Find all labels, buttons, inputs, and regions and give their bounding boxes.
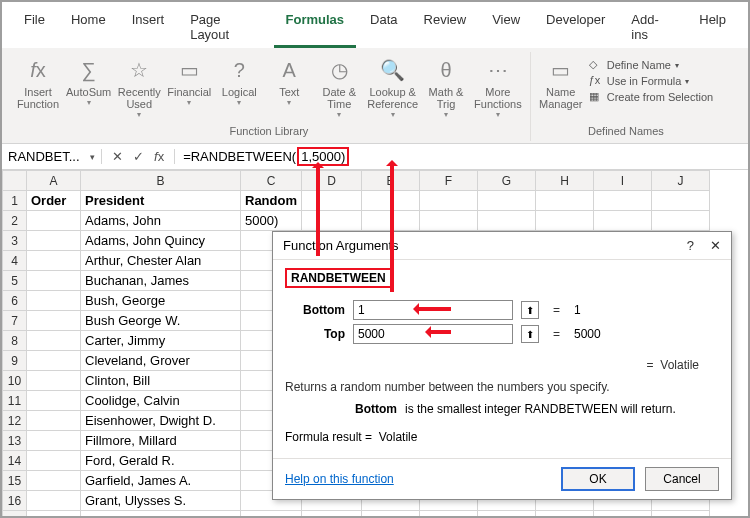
enter-formula-icon[interactable]: ✓ xyxy=(133,149,144,164)
fx-icon[interactable]: fx xyxy=(154,149,164,164)
cell[interactable] xyxy=(536,511,594,519)
row-header[interactable]: 12 xyxy=(3,411,27,431)
col-header-J[interactable]: J xyxy=(652,171,710,191)
autosum-button[interactable]: ∑AutoSum▾ xyxy=(66,54,111,107)
cell[interactable]: Grant, Ulysses S. xyxy=(81,491,241,511)
cell[interactable]: Adams, John xyxy=(81,211,241,231)
select-all-corner[interactable] xyxy=(3,171,27,191)
cell[interactable]: Bush George W. xyxy=(81,311,241,331)
cell[interactable] xyxy=(27,391,81,411)
row-header[interactable]: 13 xyxy=(3,431,27,451)
col-header-C[interactable]: C xyxy=(241,171,302,191)
cell[interactable] xyxy=(302,211,362,231)
text-button[interactable]: AText▾ xyxy=(267,54,311,107)
top-input[interactable] xyxy=(353,324,513,344)
cell[interactable] xyxy=(594,211,652,231)
collapse-icon[interactable]: ⬆ xyxy=(521,325,539,343)
create-from-selection-button[interactable]: ▦Create from Selection xyxy=(589,90,713,104)
name-box[interactable]: RANDBET... ▾ xyxy=(2,149,102,164)
cell[interactable]: Cleveland, Grover xyxy=(81,351,241,371)
lookup-button[interactable]: 🔍Lookup &Reference▾ xyxy=(367,54,418,119)
cell[interactable]: Arthur, Chester Alan xyxy=(81,251,241,271)
row-header[interactable]: 4 xyxy=(3,251,27,271)
logical-button[interactable]: ?Logical▾ xyxy=(217,54,261,107)
col-header-I[interactable]: I xyxy=(594,171,652,191)
tab-addins[interactable]: Add-ins xyxy=(619,8,685,48)
cell[interactable]: Eisenhower, Dwight D. xyxy=(81,411,241,431)
cell[interactable] xyxy=(362,511,420,519)
ok-button[interactable]: OK xyxy=(561,467,635,491)
cell[interactable] xyxy=(27,211,81,231)
cell[interactable]: Coolidge, Calvin xyxy=(81,391,241,411)
tab-page-layout[interactable]: Page Layout xyxy=(178,8,271,48)
cell[interactable]: President xyxy=(81,191,241,211)
col-header-A[interactable]: A xyxy=(27,171,81,191)
collapse-icon[interactable]: ⬆ xyxy=(521,301,539,319)
col-header-H[interactable]: H xyxy=(536,171,594,191)
cell[interactable] xyxy=(241,511,302,519)
formula-input[interactable]: =RANDBETWEEN(1,5000) xyxy=(175,147,748,166)
cell[interactable] xyxy=(27,451,81,471)
name-manager-button[interactable]: ▭NameManager xyxy=(539,54,583,110)
cell[interactable] xyxy=(420,511,478,519)
cell[interactable] xyxy=(362,191,420,211)
cell[interactable] xyxy=(27,311,81,331)
cell[interactable] xyxy=(27,351,81,371)
cancel-formula-icon[interactable]: ✕ xyxy=(112,149,123,164)
cell[interactable]: 5000) xyxy=(241,211,302,231)
cell[interactable]: Harding, Warren G. xyxy=(81,511,241,519)
row-header[interactable]: 11 xyxy=(3,391,27,411)
cell[interactable] xyxy=(652,191,710,211)
cell[interactable] xyxy=(302,511,362,519)
row-header[interactable]: 6 xyxy=(3,291,27,311)
tab-insert[interactable]: Insert xyxy=(120,8,177,48)
cell[interactable]: Clinton, Bill xyxy=(81,371,241,391)
cell[interactable] xyxy=(478,211,536,231)
math-trig-button[interactable]: θMath &Trig▾ xyxy=(424,54,468,119)
tab-help[interactable]: Help xyxy=(687,8,738,48)
row-header[interactable]: 15 xyxy=(3,471,27,491)
row-header[interactable]: 16 xyxy=(3,491,27,511)
row-header[interactable]: 7 xyxy=(3,311,27,331)
row-header[interactable]: 5 xyxy=(3,271,27,291)
cell[interactable] xyxy=(27,271,81,291)
cell[interactable]: Garfield, James A. xyxy=(81,471,241,491)
row-header[interactable]: 10 xyxy=(3,371,27,391)
cell[interactable] xyxy=(27,491,81,511)
cancel-button[interactable]: Cancel xyxy=(645,467,719,491)
cell[interactable] xyxy=(536,191,594,211)
cell[interactable] xyxy=(27,231,81,251)
row-header[interactable]: 2 xyxy=(3,211,27,231)
col-header-B[interactable]: B xyxy=(81,171,241,191)
cell[interactable] xyxy=(420,191,478,211)
tab-data[interactable]: Data xyxy=(358,8,409,48)
cell[interactable] xyxy=(536,211,594,231)
col-header-F[interactable]: F xyxy=(420,171,478,191)
cell[interactable] xyxy=(302,191,362,211)
cell[interactable] xyxy=(27,411,81,431)
cell[interactable] xyxy=(27,471,81,491)
tab-formulas[interactable]: Formulas xyxy=(274,8,357,48)
cell[interactable]: Order xyxy=(27,191,81,211)
tab-home[interactable]: Home xyxy=(59,8,118,48)
cell[interactable] xyxy=(594,191,652,211)
row-header[interactable]: 17 xyxy=(3,511,27,519)
cell[interactable] xyxy=(27,431,81,451)
cell[interactable]: Carter, Jimmy xyxy=(81,331,241,351)
col-header-E[interactable]: E xyxy=(362,171,420,191)
cell[interactable] xyxy=(27,511,81,519)
cell[interactable] xyxy=(362,211,420,231)
cell[interactable]: Fillmore, Millard xyxy=(81,431,241,451)
chevron-down-icon[interactable]: ▾ xyxy=(90,152,95,162)
tab-review[interactable]: Review xyxy=(412,8,479,48)
define-name-button[interactable]: ◇Define Name ▾ xyxy=(589,58,713,72)
cell[interactable]: Adams, John Quincy xyxy=(81,231,241,251)
cell[interactable] xyxy=(420,211,478,231)
cell[interactable] xyxy=(27,371,81,391)
cell[interactable] xyxy=(652,211,710,231)
cell[interactable]: Bush, George xyxy=(81,291,241,311)
cell[interactable] xyxy=(652,511,710,519)
bottom-input[interactable] xyxy=(353,300,513,320)
cell[interactable] xyxy=(478,511,536,519)
help-icon[interactable]: ? xyxy=(687,238,694,253)
